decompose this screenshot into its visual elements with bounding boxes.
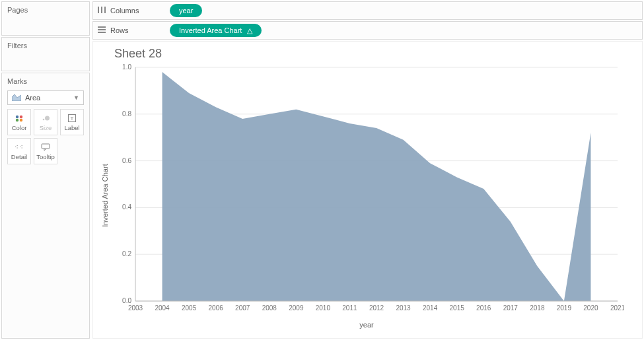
filters-title: Filters [7, 42, 84, 50]
svg-text:2017: 2017 [503, 304, 519, 312]
svg-text:2014: 2014 [423, 304, 438, 312]
svg-text:2007: 2007 [235, 304, 250, 312]
svg-text:2013: 2013 [396, 304, 411, 312]
rows-icon [97, 26, 106, 35]
marks-title: Marks [7, 77, 84, 85]
color-icon [14, 114, 24, 123]
size-icon [40, 114, 51, 123]
svg-point-0 [16, 115, 18, 118]
svg-text:T: T [71, 116, 74, 121]
y-axis-label: Inverted Area Chart [101, 164, 109, 226]
pages-card[interactable]: Pages [1, 1, 90, 36]
rows-pill-inverted-area[interactable]: Inverted Area Chart △ [170, 24, 262, 37]
svg-text:2005: 2005 [182, 304, 197, 312]
svg-rect-11 [104, 7, 106, 13]
size-label: Size [40, 124, 52, 131]
svg-text:2012: 2012 [369, 304, 384, 312]
svg-text:2009: 2009 [289, 304, 304, 312]
detail-button[interactable]: ⁖⁖ Detail [7, 138, 31, 164]
rows-label: Rows [110, 26, 129, 34]
columns-pill-text: year [179, 7, 193, 15]
detail-icon: ⁖⁖ [14, 143, 24, 152]
tooltip-button[interactable]: Tooltip [34, 138, 57, 164]
tooltip-icon [40, 143, 51, 152]
detail-label: Detail [11, 153, 27, 160]
tooltip-label: Tooltip [36, 153, 54, 160]
svg-text:2016: 2016 [476, 304, 491, 312]
columns-icon [97, 6, 106, 15]
svg-rect-9 [98, 7, 99, 13]
sheet-title: Sheet 28 [114, 47, 633, 61]
svg-text:2011: 2011 [342, 304, 357, 312]
columns-label: Columns [110, 7, 139, 15]
filters-card[interactable]: Filters [1, 37, 90, 71]
color-button[interactable]: Color [7, 109, 31, 135]
color-label: Color [12, 124, 27, 131]
mark-type-dropdown[interactable]: Area ▼ [7, 90, 84, 105]
svg-text:2004: 2004 [155, 304, 170, 312]
svg-text:0.6: 0.6 [122, 157, 131, 164]
chevron-down-icon: ▼ [73, 94, 79, 101]
columns-pill-year[interactable]: year [170, 4, 202, 17]
svg-point-2 [16, 118, 18, 121]
svg-point-5 [45, 116, 50, 120]
svg-rect-8 [42, 144, 50, 149]
rows-pill-text: Inverted Area Chart [179, 26, 242, 34]
label-button[interactable]: T Label [60, 109, 84, 135]
svg-rect-13 [98, 29, 106, 30]
svg-text:2019: 2019 [557, 304, 572, 312]
marks-card: Marks Area ▼ Color [1, 73, 90, 339]
svg-point-3 [20, 118, 22, 121]
svg-text:2015: 2015 [450, 304, 465, 312]
svg-rect-12 [98, 26, 106, 28]
label-icon: T [67, 114, 77, 123]
columns-shelf[interactable]: Columns year [92, 1, 643, 20]
chart-svg: 0.00.20.40.60.81.02003200420052006200720… [109, 63, 624, 327]
svg-text:2018: 2018 [530, 304, 545, 312]
viz-area: Sheet 28 Inverted Area Chart 0.00.20.40.… [92, 41, 643, 339]
svg-text:0.8: 0.8 [122, 110, 131, 118]
svg-text:0.2: 0.2 [122, 250, 131, 257]
label-label: Label [64, 124, 79, 131]
svg-text:2006: 2006 [209, 304, 224, 312]
mark-type-label: Area [25, 94, 40, 102]
svg-text:0.4: 0.4 [122, 203, 131, 211]
warning-icon: △ [247, 26, 252, 35]
svg-text:2021: 2021 [610, 304, 624, 312]
rows-shelf[interactable]: Rows Inverted Area Chart △ [92, 21, 643, 40]
pages-title: Pages [7, 6, 84, 14]
chart[interactable]: Inverted Area Chart 0.00.20.40.60.81.020… [109, 63, 624, 327]
svg-point-4 [43, 118, 45, 120]
svg-text:1.0: 1.0 [122, 63, 131, 71]
size-button[interactable]: Size [34, 109, 57, 135]
svg-text:2020: 2020 [583, 304, 598, 312]
svg-rect-10 [101, 7, 102, 13]
svg-text:2010: 2010 [316, 304, 331, 312]
svg-text:2003: 2003 [128, 304, 143, 312]
area-icon [12, 93, 21, 102]
svg-text:2008: 2008 [262, 304, 277, 312]
svg-point-1 [20, 115, 22, 118]
svg-text:0.0: 0.0 [122, 297, 131, 304]
svg-rect-14 [98, 32, 106, 33]
x-axis-label: year [359, 321, 373, 329]
